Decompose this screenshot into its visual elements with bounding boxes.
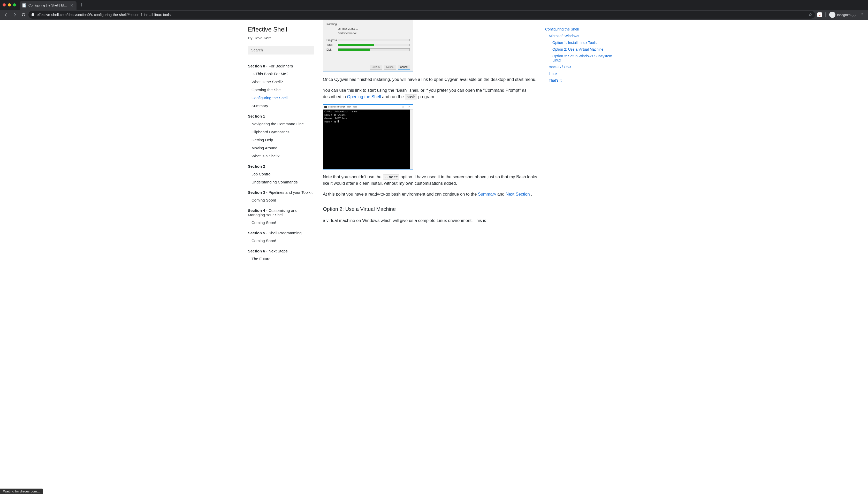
extension-icon[interactable]: C bbox=[816, 11, 823, 18]
close-window-button[interactable] bbox=[3, 3, 6, 6]
link-opening-the-shell[interactable]: Opening the Shell bbox=[347, 94, 381, 99]
toc-link[interactable]: Option 2: Use a Virtual Machine bbox=[552, 46, 620, 53]
terminal-body: C:\Users\dave>bash --norc bash-4.4$ whoa… bbox=[323, 110, 413, 169]
nav-section-5: Section 5 - Shell Programming bbox=[248, 231, 314, 235]
nav-item[interactable]: Moving Around bbox=[248, 144, 314, 152]
maximize-window-button[interactable] bbox=[13, 3, 16, 6]
toc-link[interactable]: Option 1: Install Linux Tools bbox=[552, 39, 620, 46]
code-bash: bash bbox=[405, 94, 417, 99]
minimize-window-button[interactable] bbox=[8, 3, 11, 6]
cygwin-next-button: Next > bbox=[384, 65, 396, 70]
nav-section-3: Section 3 - Pipelines and your Toolkit bbox=[248, 190, 314, 194]
toolbar-divider bbox=[825, 13, 826, 17]
cygwin-path: /usr/bin/look.exe bbox=[326, 31, 410, 35]
nav-item[interactable]: Coming Soon! bbox=[248, 218, 314, 227]
paragraph-cutoff: a virtual machine on Windows which will … bbox=[323, 217, 540, 224]
nav-item[interactable]: Understanding Commands bbox=[248, 178, 314, 186]
cygwin-disk-label: Disk: bbox=[326, 48, 338, 52]
cygwin-total-bar bbox=[338, 44, 410, 46]
nav-item[interactable]: Navigating the Command Line bbox=[248, 120, 314, 128]
nav-item[interactable]: What is the Shell? bbox=[248, 78, 314, 86]
toc-link[interactable]: Option 3: Setup Windows Subsystem Linux bbox=[552, 53, 620, 63]
cygwin-back-button: < Back bbox=[370, 65, 382, 70]
toc-link[interactable]: macOS / OSX bbox=[549, 63, 620, 70]
paragraph: At this point you have a ready-to-go bas… bbox=[323, 191, 540, 198]
browser-tabbar: 📄 Configuring the Shell | Effectiv bbox=[0, 0, 868, 10]
window-controls bbox=[3, 3, 16, 6]
code-norc: --norc bbox=[383, 174, 399, 179]
browser-toolbar: C Incognito (2) bbox=[0, 10, 868, 20]
terminal-screenshot-image: Command Prompt - bash --norc — □ ✕ C:\Us… bbox=[323, 104, 413, 170]
nav-section-0: Section 0 - For Beginners bbox=[248, 64, 314, 68]
nav-section-1: Section 1 bbox=[248, 114, 314, 118]
nav-item[interactable]: Summary bbox=[248, 102, 314, 110]
site-byline: By Dave Kerr bbox=[248, 36, 314, 40]
svg-point-2 bbox=[862, 16, 863, 16]
incognito-profile-chip[interactable]: Incognito (2) bbox=[828, 12, 857, 18]
cygwin-installing-label: Installing bbox=[326, 22, 410, 26]
nav-item[interactable]: Coming Soon! bbox=[248, 196, 314, 204]
page-viewport[interactable]: Effective Shell By Dave Kerr Section 0 -… bbox=[0, 20, 868, 494]
window-minimize-icon: — bbox=[394, 105, 399, 109]
incognito-label: Incognito (2) bbox=[837, 13, 855, 17]
status-bar: Waiting for disqus.com... bbox=[0, 489, 43, 494]
incognito-icon bbox=[829, 12, 835, 18]
nav-item[interactable]: The Future bbox=[248, 255, 314, 263]
nav-section-6: Section 6 - Next Steps bbox=[248, 249, 314, 253]
lock-icon[interactable] bbox=[31, 13, 35, 17]
terminal-title: Command Prompt - bash --norc bbox=[328, 106, 357, 109]
toc-link[interactable]: Linux bbox=[549, 70, 620, 77]
cygwin-disk-bar bbox=[338, 48, 410, 51]
nav-item[interactable]: Is This Book For Me? bbox=[248, 70, 314, 78]
terminal-scrollbar bbox=[410, 110, 413, 169]
new-tab-button[interactable] bbox=[78, 1, 85, 8]
paragraph: Once Cygwin has finished installing, you… bbox=[323, 76, 540, 83]
toc-link[interactable]: Microsoft Windows bbox=[549, 33, 620, 39]
window-close-icon: ✕ bbox=[407, 105, 412, 109]
tab-favicon-icon: 📄 bbox=[22, 3, 26, 7]
link-next-section[interactable]: Next Section bbox=[506, 192, 530, 196]
browser-tab[interactable]: 📄 Configuring the Shell | Effectiv bbox=[20, 1, 76, 10]
nav-section-2: Section 2 bbox=[248, 164, 314, 169]
table-of-contents: Configuring the Shell Microsoft Windows … bbox=[545, 20, 623, 273]
nav-item[interactable]: Getting Help bbox=[248, 136, 314, 144]
paragraph: You can use this link to start using the… bbox=[323, 87, 540, 100]
tab-close-button[interactable] bbox=[70, 3, 74, 7]
paragraph: Note that you shouldn't use the --norc o… bbox=[323, 174, 540, 187]
nav-item-active[interactable]: Configuring the Shell bbox=[248, 94, 314, 102]
forward-button[interactable] bbox=[11, 11, 19, 19]
cmd-icon bbox=[324, 106, 327, 108]
heading-option-2: Option 2: Use a Virtual Machine bbox=[323, 205, 540, 213]
link-summary[interactable]: Summary bbox=[478, 192, 496, 196]
search-input[interactable] bbox=[248, 46, 314, 55]
toc-link[interactable]: That's It! bbox=[549, 77, 620, 84]
sidebar: Effective Shell By Dave Kerr Section 0 -… bbox=[245, 20, 318, 273]
address-bar[interactable] bbox=[29, 11, 815, 19]
window-maximize-icon: □ bbox=[400, 105, 405, 109]
url-input[interactable] bbox=[37, 13, 806, 17]
nav-item[interactable]: What is a Shell? bbox=[248, 152, 314, 160]
svg-point-1 bbox=[862, 15, 863, 15]
cygwin-package: util-linux-2.33.1-1 bbox=[326, 27, 410, 31]
cygwin-cancel-button: Cancel bbox=[398, 65, 410, 70]
site-title: Effective Shell bbox=[248, 26, 314, 33]
nav-section-4: Section 4 - Customising and Managing You… bbox=[248, 208, 314, 217]
nav-item[interactable]: Coming Soon! bbox=[248, 237, 314, 245]
nav-item[interactable]: Job Control bbox=[248, 170, 314, 178]
tab-title: Configuring the Shell | Effectiv bbox=[29, 4, 68, 7]
reload-button[interactable] bbox=[20, 11, 27, 19]
main-content: Installing util-linux-2.33.1-1 /usr/bin/… bbox=[318, 20, 545, 273]
cygwin-installer-image: Installing util-linux-2.33.1-1 /usr/bin/… bbox=[323, 20, 413, 72]
bookmark-star-icon[interactable] bbox=[808, 13, 812, 17]
cygwin-total-label: Total: bbox=[326, 43, 338, 47]
cygwin-progress-bar bbox=[338, 39, 410, 41]
browser-menu-button[interactable] bbox=[858, 11, 866, 19]
cygwin-progress-label: Progress: bbox=[326, 38, 338, 42]
toc-link[interactable]: Configuring the Shell bbox=[545, 26, 620, 33]
back-button[interactable] bbox=[2, 11, 10, 19]
nav-item[interactable]: Opening the Shell bbox=[248, 86, 314, 94]
nav-item[interactable]: Clipboard Gymnastics bbox=[248, 128, 314, 136]
svg-point-0 bbox=[862, 13, 863, 14]
